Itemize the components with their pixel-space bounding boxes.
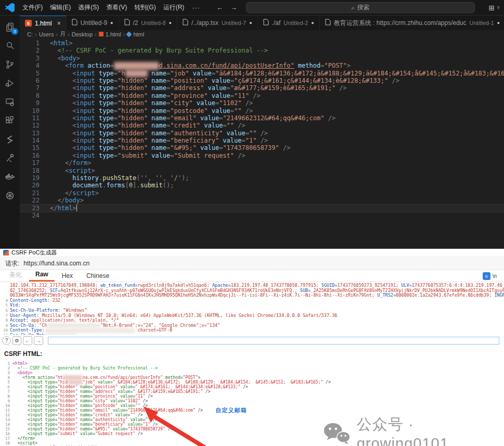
run-debug-icon[interactable] bbox=[2, 76, 18, 90]
help-icon[interactable]: ? bbox=[2, 336, 11, 345]
code-segment: "credit" bbox=[170, 122, 200, 129]
search-sidebar-icon[interactable] bbox=[2, 39, 18, 53]
next-match-icon[interactable]: → bbox=[34, 336, 43, 345]
code-segment: = bbox=[230, 107, 234, 114]
code-segment: "2149662312&#64;qq&#46;com" bbox=[223, 114, 324, 122]
breadcrumb-item[interactable]: html bbox=[133, 31, 144, 37]
line-number bbox=[1, 283, 8, 288]
code-segment: submit bbox=[140, 182, 162, 189]
breadcrumb-item[interactable]: 月 bbox=[60, 30, 66, 38]
remote-explorer-icon[interactable] bbox=[2, 95, 18, 109]
menu-edit[interactable]: 编辑(E) bbox=[46, 2, 74, 14]
tab-raw[interactable]: Raw bbox=[29, 269, 55, 282]
docker-icon[interactable] bbox=[2, 170, 18, 184]
code-segment: = bbox=[114, 130, 118, 137]
source-control-icon[interactable] bbox=[2, 57, 18, 71]
dirty-dot-icon[interactable]: ● bbox=[497, 20, 500, 26]
line-number: 13 bbox=[2, 417, 10, 422]
code-segment: "hidden" bbox=[118, 144, 148, 151]
menu-view[interactable]: 查看(V) bbox=[102, 2, 131, 14]
code-segment: U_TRS2= bbox=[377, 293, 396, 298]
line-number: 10 bbox=[2, 403, 10, 408]
line-number: 7 bbox=[2, 389, 10, 394]
code-segment: input bbox=[76, 144, 95, 151]
gear-icon[interactable]: ⚙ bbox=[12, 336, 21, 345]
menu-run[interactable]: 运行(R) bbox=[160, 2, 188, 14]
line-number: 17 bbox=[20, 159, 50, 167]
tab-hex[interactable]: Hex bbox=[56, 271, 79, 282]
code-segment: value bbox=[197, 114, 219, 122]
nav-back-icon[interactable]: ← bbox=[213, 3, 227, 12]
menu-go[interactable]: 转到(G) bbox=[131, 2, 159, 14]
explorer-icon[interactable]: 5 bbox=[2, 20, 18, 34]
command-search-box[interactable]: ⌕ 搜索 bbox=[246, 2, 475, 13]
openai-icon[interactable] bbox=[2, 188, 18, 202]
code-segment: html bbox=[54, 40, 69, 47]
code-segment: = bbox=[170, 152, 174, 159]
menu-more-icon[interactable]: ··· bbox=[188, 3, 204, 13]
tab-app-tsx[interactable]: /../app.tsx Untitled-7 ● bbox=[177, 16, 258, 30]
watermark-text: 公众号 · growing0101 bbox=[357, 414, 504, 446]
breadcrumb-item[interactable]: Desktop bbox=[72, 31, 93, 37]
code-segment: type bbox=[95, 92, 114, 99]
extensions-icon[interactable] bbox=[2, 113, 18, 128]
breadcrumb-item[interactable]: C: bbox=[27, 31, 33, 37]
nav-forward-icon[interactable]: → bbox=[227, 3, 241, 12]
tab-pretty[interactable]: 美化 bbox=[3, 269, 28, 282]
breadcrumb-item[interactable]: 1.html bbox=[106, 31, 121, 37]
code-segment: /> bbox=[249, 92, 261, 99]
code-segment: = bbox=[114, 70, 118, 77]
tab-crm-zhihu[interactable]: 教育运营系统 : https://crm.zhihu.com/apps/educ… bbox=[320, 16, 504, 30]
explorer-badge: 5 bbox=[11, 28, 18, 35]
code-segment: body bbox=[61, 55, 76, 62]
breadcrumb-item[interactable]: Users bbox=[39, 31, 54, 37]
burp-window-title: CSRF PoC生成器 bbox=[11, 249, 57, 257]
code-segment: /> bbox=[335, 84, 347, 92]
layout-toggle-icon[interactable]: ⊞ bbox=[488, 4, 495, 12]
symbol-icon bbox=[126, 31, 132, 37]
dirty-dot-icon[interactable]: ● bbox=[249, 20, 252, 26]
dirty-dot-icon[interactable]: ● bbox=[169, 20, 172, 26]
tab-chinese[interactable]: Chinese bbox=[80, 271, 115, 282]
breadcrumb[interactable]: C: › Users › 月 › Desktop › 1.html › html bbox=[20, 30, 504, 38]
code-segment: = bbox=[166, 70, 170, 77]
newlines-icon: ≡ bbox=[483, 272, 490, 280]
code-segment: , bbox=[163, 174, 170, 182]
code-segment: pushState bbox=[102, 174, 136, 182]
prev-match-icon[interactable]: ← bbox=[23, 336, 32, 345]
code-segment: 0000002e.1a2a2943.67efe9fe.86cddb39; bbox=[396, 293, 494, 298]
burp-window-titlebar[interactable]: CSRF PoC生成器 bbox=[0, 249, 504, 257]
raw-request-view[interactable]: 182.104.71.212_1717167049.198848; wb_tok… bbox=[0, 282, 504, 335]
code-line: 17 </form> bbox=[20, 159, 504, 167]
code-segment: "hidden" bbox=[118, 130, 148, 137]
tab-label: 教育运营系统 : https://crm.zhihu.com/apps/educ bbox=[334, 19, 467, 28]
show-newlines-toggle[interactable]: ≡ \n bbox=[483, 272, 497, 280]
code-editor[interactable]: 1<html>2 <!-- CSRF PoC - generated by Bu… bbox=[20, 38, 504, 248]
breadcrumb-separator: › bbox=[95, 31, 97, 37]
menu-file[interactable]: 文件(F) bbox=[19, 2, 46, 14]
dirty-dot-icon[interactable]: ● bbox=[311, 20, 314, 26]
extension-tool-icon[interactable] bbox=[2, 151, 18, 165]
extension-s-icon[interactable] bbox=[2, 132, 18, 146]
code-segment: < bbox=[50, 114, 76, 122]
menu-selection[interactable]: 选择(S) bbox=[74, 2, 102, 14]
search-filter-input[interactable] bbox=[48, 337, 499, 345]
tab-untitled-8[interactable]: /2 Untitled-8 ● bbox=[119, 16, 178, 30]
code-segment: < bbox=[50, 167, 69, 174]
tab-label: /../app.tsx bbox=[191, 19, 218, 27]
close-icon[interactable]: × bbox=[55, 20, 61, 27]
code-segment: <!-- CSRF PoC - generated by Burp Suite … bbox=[12, 366, 158, 371]
tab-untitled-9[interactable]: Untitled-9 ● bbox=[67, 16, 119, 30]
code-segment: 0 bbox=[129, 182, 133, 189]
code-segment: script bbox=[72, 189, 95, 197]
code-segment: input bbox=[76, 130, 95, 137]
tab-1-html[interactable]: 5 1.html × bbox=[20, 16, 67, 30]
dirty-dot-icon[interactable]: ● bbox=[110, 20, 113, 26]
message-editor-tabs: 美化 Raw Hex Chinese ≡ \n bbox=[0, 270, 504, 282]
line-number: 3 bbox=[2, 371, 10, 375]
code-segment: > bbox=[95, 189, 99, 197]
tab-secondary-label: Untitled-8 bbox=[141, 20, 166, 26]
chevron-down-icon[interactable]: ˅ bbox=[497, 5, 500, 10]
line-number: 18 bbox=[20, 167, 50, 174]
tab-untitled-2[interactable]: ./af Untitled-2 ● bbox=[258, 16, 320, 30]
